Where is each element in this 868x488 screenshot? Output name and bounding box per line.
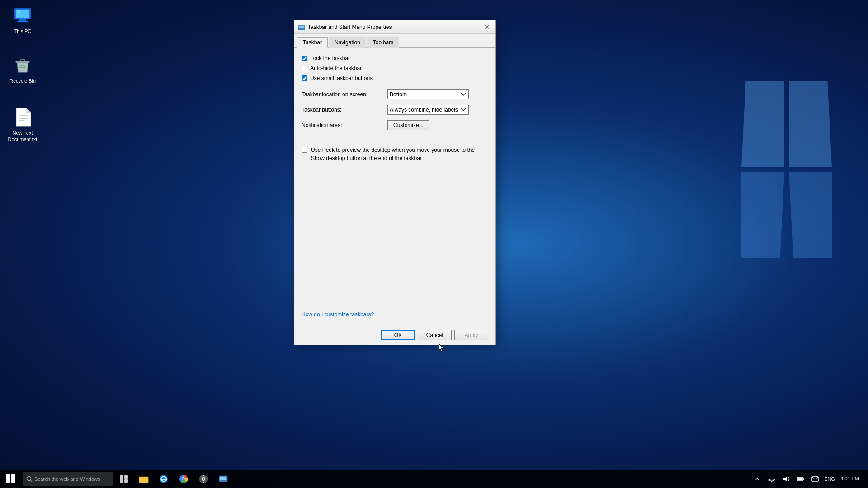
svg-rect-38 [219, 480, 227, 482]
tab-toolbars[interactable]: Toolbars [367, 37, 399, 48]
dialog-icon [298, 23, 305, 31]
taskbar-buttons-row: Taskbar buttons: Always combine, hide la… [302, 105, 488, 115]
svg-rect-21 [120, 479, 123, 483]
svg-marker-40 [783, 476, 787, 482]
volume-icon[interactable] [779, 470, 793, 488]
taskbar-app-edge[interactable] [154, 470, 174, 488]
start-button[interactable] [0, 470, 22, 488]
tab-taskbar[interactable]: Taskbar [297, 37, 328, 48]
peek-checkbox[interactable] [302, 147, 307, 153]
taskbar-app-file-explorer[interactable] [134, 470, 154, 488]
autohide-checkbox[interactable] [302, 66, 307, 71]
taskbar-location-label: Taskbar location on screen: [302, 91, 387, 98]
time-display: 4:01 PM [840, 475, 859, 482]
dialog-title: Taskbar and Start Menu Properties [308, 24, 482, 30]
taskbar-buttons-label: Taskbar buttons: [302, 107, 387, 113]
separator-1 [302, 136, 488, 136]
svg-point-17 [27, 477, 31, 481]
notification-label: Notification area: [302, 122, 387, 128]
power-icon[interactable] [793, 470, 808, 488]
autohide-row: Auto-hide the taskbar [302, 65, 488, 71]
customize-button[interactable]: Customize... [387, 120, 429, 130]
peek-row: Use Peek to preview the desktop when you… [302, 141, 488, 167]
svg-rect-32 [203, 475, 204, 476]
svg-rect-37 [220, 477, 226, 480]
taskbar-app-properties[interactable] [213, 470, 233, 488]
svg-rect-13 [6, 474, 10, 479]
dialog-footer: OK Cancel Apply [294, 325, 495, 345]
autohide-label[interactable]: Auto-hide the taskbar [310, 65, 362, 71]
help-link-container: How do I customize taskbars? [302, 311, 488, 318]
svg-rect-43 [798, 478, 802, 480]
peek-label[interactable]: Use Peek to preview the desktop when you… [311, 146, 488, 162]
lock-taskbar-row: Lock the taskbar [302, 55, 488, 61]
small-buttons-row: Use small taskbar buttons [302, 75, 488, 81]
search-placeholder: Search the web and Windows [34, 476, 100, 482]
language-indicator[interactable]: ENG [822, 476, 837, 482]
desktop-icon-recycle-bin[interactable]: Recycle Bin [5, 54, 41, 84]
task-view-button[interactable] [114, 470, 134, 488]
desktop: This PC Recycle Bin [0, 0, 868, 488]
svg-point-39 [771, 481, 773, 483]
show-hidden-icons-button[interactable] [750, 470, 764, 488]
svg-rect-34 [199, 479, 201, 479]
recycle-bin-label: Recycle Bin [9, 78, 36, 84]
svg-rect-12 [298, 28, 305, 30]
svg-rect-14 [11, 474, 15, 479]
dialog-tabs: Taskbar Navigation Toolbars [294, 34, 495, 48]
apply-button[interactable]: Apply [454, 330, 488, 340]
taskbar-app-chrome[interactable] [174, 470, 193, 488]
svg-rect-2 [19, 19, 26, 21]
this-pc-icon [12, 5, 33, 26]
svg-rect-4 [17, 10, 20, 13]
desktop-icon-new-text-doc[interactable]: New Text Document.txt [5, 106, 41, 143]
svg-rect-3 [17, 21, 28, 22]
recycle-bin-icon [12, 54, 33, 76]
svg-rect-15 [6, 479, 10, 483]
tab-content-taskbar: Lock the taskbar Auto-hide the taskbar U… [294, 48, 495, 325]
taskbar: Search the web and Windows [0, 470, 868, 488]
svg-rect-19 [120, 475, 123, 479]
taskbar-properties-dialog: Taskbar and Start Menu Properties ✕ Task… [294, 20, 496, 345]
svg-rect-22 [124, 479, 128, 483]
taskbar-app-settings[interactable] [193, 470, 213, 488]
svg-point-28 [182, 478, 185, 480]
notification-area-row: Notification area: Customize... [302, 120, 488, 130]
windows-logo-decoration [741, 81, 832, 271]
notification-icon[interactable] [808, 470, 822, 488]
desktop-icon-this-pc[interactable]: This PC [5, 5, 41, 34]
this-pc-label: This PC [14, 28, 31, 34]
help-link[interactable]: How do I customize taskbars? [302, 311, 374, 318]
svg-rect-5 [16, 61, 29, 63]
svg-line-18 [31, 480, 33, 482]
clock[interactable]: 4:01 PM [837, 470, 863, 488]
taskbar-system-tray: ENG 4:01 PM [750, 470, 868, 488]
show-desktop-button[interactable] [863, 470, 866, 488]
svg-rect-20 [124, 475, 128, 479]
ok-button[interactable]: OK [381, 330, 415, 340]
dialog-close-button[interactable]: ✕ [482, 22, 492, 32]
svg-rect-35 [206, 479, 208, 479]
dialog-titlebar[interactable]: Taskbar and Start Menu Properties ✕ [294, 20, 495, 34]
lock-taskbar-label[interactable]: Lock the taskbar [310, 55, 350, 61]
svg-point-31 [203, 478, 205, 480]
cancel-button[interactable]: Cancel [418, 330, 452, 340]
tab-navigation[interactable]: Navigation [329, 37, 366, 48]
svg-rect-16 [11, 479, 15, 483]
small-buttons-checkbox[interactable] [302, 75, 307, 81]
lock-taskbar-checkbox[interactable] [302, 56, 307, 61]
svg-rect-24 [139, 478, 148, 483]
taskbar-apps [134, 470, 750, 488]
taskbar-location-select[interactable]: Bottom Top Left Right [387, 89, 469, 99]
taskbar-buttons-select[interactable]: Always combine, hide labels Combine when… [387, 105, 469, 115]
network-icon[interactable] [764, 470, 779, 488]
taskbar-search[interactable]: Search the web and Windows [23, 472, 113, 486]
svg-rect-33 [203, 482, 204, 483]
new-text-doc-label: New Text Document.txt [8, 130, 38, 143]
text-doc-icon [12, 106, 33, 128]
taskbar-location-row: Taskbar location on screen: Bottom Top L… [302, 89, 488, 99]
svg-rect-42 [803, 478, 804, 480]
small-buttons-label[interactable]: Use small taskbar buttons [310, 75, 373, 81]
